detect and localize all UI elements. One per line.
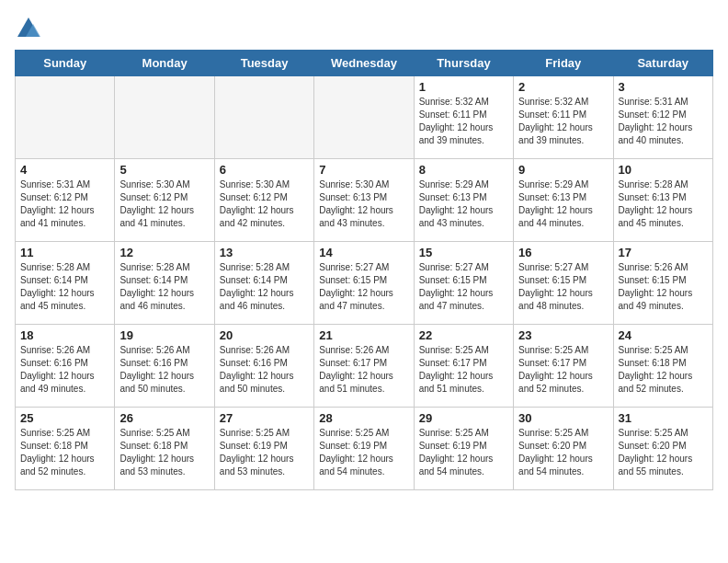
cell-info: Sunrise: 5:25 AM Sunset: 6:17 PM Dayligh…	[518, 344, 608, 396]
cell-info: Sunrise: 5:31 AM Sunset: 6:12 PM Dayligh…	[20, 178, 109, 230]
day-number: 5	[119, 163, 209, 177]
cell-info: Sunrise: 5:32 AM Sunset: 6:11 PM Dayligh…	[518, 96, 608, 147]
cell-info: Sunrise: 5:31 AM Sunset: 6:12 PM Dayligh…	[619, 96, 708, 147]
calendar-cell	[314, 76, 414, 159]
day-number: 23	[518, 328, 608, 342]
calendar-cell: 26Sunrise: 5:25 AM Sunset: 6:18 PM Dayli…	[115, 408, 214, 490]
calendar-cell: 2Sunrise: 5:32 AM Sunset: 6:11 PM Daylig…	[514, 76, 613, 159]
calendar-week-5: 25Sunrise: 5:25 AM Sunset: 6:18 PM Dayli…	[16, 408, 713, 490]
cell-info: Sunrise: 5:32 AM Sunset: 6:11 PM Dayligh…	[419, 96, 508, 147]
logo-icon	[15, 15, 42, 42]
logo	[15, 15, 46, 42]
calendar-cell: 3Sunrise: 5:31 AM Sunset: 6:12 PM Daylig…	[613, 76, 712, 159]
calendar-cell: 15Sunrise: 5:27 AM Sunset: 6:15 PM Dayli…	[414, 242, 513, 325]
cell-info: Sunrise: 5:28 AM Sunset: 6:14 PM Dayligh…	[220, 261, 309, 313]
cell-info: Sunrise: 5:25 AM Sunset: 6:18 PM Dayligh…	[619, 344, 708, 396]
calendar-cell: 25Sunrise: 5:25 AM Sunset: 6:18 PM Dayli…	[16, 408, 115, 490]
calendar-cell: 6Sunrise: 5:30 AM Sunset: 6:12 PM Daylig…	[214, 159, 313, 242]
day-number: 3	[619, 80, 708, 94]
calendar-cell: 12Sunrise: 5:28 AM Sunset: 6:14 PM Dayli…	[115, 242, 214, 325]
calendar-cell: 19Sunrise: 5:26 AM Sunset: 6:16 PM Dayli…	[115, 325, 214, 408]
weekday-tuesday: Tuesday	[214, 51, 313, 76]
day-number: 1	[419, 80, 508, 94]
calendar-cell: 8Sunrise: 5:29 AM Sunset: 6:13 PM Daylig…	[414, 159, 513, 242]
day-number: 31	[619, 411, 708, 425]
calendar-cell: 9Sunrise: 5:29 AM Sunset: 6:13 PM Daylig…	[514, 159, 613, 242]
cell-info: Sunrise: 5:27 AM Sunset: 6:15 PM Dayligh…	[518, 261, 608, 313]
calendar-cell: 21Sunrise: 5:26 AM Sunset: 6:17 PM Dayli…	[314, 325, 414, 408]
cell-info: Sunrise: 5:25 AM Sunset: 6:18 PM Dayligh…	[20, 427, 109, 478]
cell-info: Sunrise: 5:25 AM Sunset: 6:18 PM Dayligh…	[119, 427, 209, 478]
day-number: 4	[20, 163, 109, 177]
cell-info: Sunrise: 5:30 AM Sunset: 6:13 PM Dayligh…	[319, 178, 408, 230]
calendar-cell: 27Sunrise: 5:25 AM Sunset: 6:19 PM Dayli…	[214, 408, 313, 490]
day-number: 29	[419, 411, 508, 425]
calendar-cell: 24Sunrise: 5:25 AM Sunset: 6:18 PM Dayli…	[613, 325, 712, 408]
cell-info: Sunrise: 5:28 AM Sunset: 6:14 PM Dayligh…	[20, 261, 109, 313]
cell-info: Sunrise: 5:28 AM Sunset: 6:14 PM Dayligh…	[119, 261, 209, 313]
cell-info: Sunrise: 5:26 AM Sunset: 6:16 PM Dayligh…	[220, 344, 309, 396]
day-number: 11	[20, 246, 109, 259]
weekday-friday: Friday	[514, 51, 613, 76]
cell-info: Sunrise: 5:28 AM Sunset: 6:13 PM Dayligh…	[619, 178, 708, 230]
calendar-cell: 17Sunrise: 5:26 AM Sunset: 6:15 PM Dayli…	[613, 242, 712, 325]
day-number: 2	[518, 80, 608, 94]
day-number: 14	[319, 246, 408, 259]
cell-info: Sunrise: 5:25 AM Sunset: 6:19 PM Dayligh…	[319, 427, 408, 478]
day-number: 19	[119, 328, 209, 342]
cell-info: Sunrise: 5:27 AM Sunset: 6:15 PM Dayligh…	[319, 261, 408, 313]
weekday-saturday: Saturday	[613, 51, 712, 76]
page-header	[15, 15, 713, 42]
cell-info: Sunrise: 5:27 AM Sunset: 6:15 PM Dayligh…	[419, 261, 508, 313]
day-number: 21	[319, 328, 408, 342]
calendar-week-2: 4Sunrise: 5:31 AM Sunset: 6:12 PM Daylig…	[16, 159, 713, 242]
weekday-header-row: SundayMondayTuesdayWednesdayThursdayFrid…	[16, 51, 713, 76]
day-number: 9	[518, 163, 608, 177]
day-number: 8	[419, 163, 508, 177]
day-number: 18	[20, 328, 109, 342]
cell-info: Sunrise: 5:29 AM Sunset: 6:13 PM Dayligh…	[419, 178, 508, 230]
cell-info: Sunrise: 5:25 AM Sunset: 6:19 PM Dayligh…	[220, 427, 309, 478]
calendar-cell: 13Sunrise: 5:28 AM Sunset: 6:14 PM Dayli…	[214, 242, 313, 325]
calendar-cell	[16, 76, 115, 159]
calendar-cell	[214, 76, 313, 159]
calendar-week-1: 1Sunrise: 5:32 AM Sunset: 6:11 PM Daylig…	[16, 76, 713, 159]
cell-info: Sunrise: 5:25 AM Sunset: 6:17 PM Dayligh…	[419, 344, 508, 396]
weekday-wednesday: Wednesday	[314, 51, 414, 76]
cell-info: Sunrise: 5:25 AM Sunset: 6:19 PM Dayligh…	[419, 427, 508, 478]
calendar-cell: 1Sunrise: 5:32 AM Sunset: 6:11 PM Daylig…	[414, 76, 513, 159]
cell-info: Sunrise: 5:29 AM Sunset: 6:13 PM Dayligh…	[518, 178, 608, 230]
day-number: 6	[220, 163, 309, 177]
day-number: 28	[319, 411, 408, 425]
calendar-cell: 23Sunrise: 5:25 AM Sunset: 6:17 PM Dayli…	[514, 325, 613, 408]
calendar-cell: 29Sunrise: 5:25 AM Sunset: 6:19 PM Dayli…	[414, 408, 513, 490]
calendar-cell: 14Sunrise: 5:27 AM Sunset: 6:15 PM Dayli…	[314, 242, 414, 325]
cell-info: Sunrise: 5:26 AM Sunset: 6:15 PM Dayligh…	[619, 261, 708, 313]
day-number: 13	[220, 246, 309, 259]
day-number: 17	[619, 246, 708, 259]
calendar-cell: 30Sunrise: 5:25 AM Sunset: 6:20 PM Dayli…	[514, 408, 613, 490]
weekday-monday: Monday	[115, 51, 214, 76]
calendar-cell	[115, 76, 214, 159]
calendar-body: 1Sunrise: 5:32 AM Sunset: 6:11 PM Daylig…	[16, 76, 713, 490]
calendar-table: SundayMondayTuesdayWednesdayThursdayFrid…	[15, 50, 713, 490]
cell-info: Sunrise: 5:26 AM Sunset: 6:16 PM Dayligh…	[119, 344, 209, 396]
day-number: 30	[518, 411, 608, 425]
day-number: 27	[220, 411, 309, 425]
weekday-thursday: Thursday	[414, 51, 513, 76]
day-number: 12	[119, 246, 209, 259]
calendar-cell: 28Sunrise: 5:25 AM Sunset: 6:19 PM Dayli…	[314, 408, 414, 490]
day-number: 26	[119, 411, 209, 425]
calendar-cell: 5Sunrise: 5:30 AM Sunset: 6:12 PM Daylig…	[115, 159, 214, 242]
calendar-cell: 18Sunrise: 5:26 AM Sunset: 6:16 PM Dayli…	[16, 325, 115, 408]
day-number: 25	[20, 411, 109, 425]
day-number: 22	[419, 328, 508, 342]
calendar-cell: 10Sunrise: 5:28 AM Sunset: 6:13 PM Dayli…	[613, 159, 712, 242]
calendar-cell: 11Sunrise: 5:28 AM Sunset: 6:14 PM Dayli…	[16, 242, 115, 325]
cell-info: Sunrise: 5:25 AM Sunset: 6:20 PM Dayligh…	[518, 427, 608, 478]
cell-info: Sunrise: 5:26 AM Sunset: 6:17 PM Dayligh…	[319, 344, 408, 396]
day-number: 15	[419, 246, 508, 259]
calendar-cell: 4Sunrise: 5:31 AM Sunset: 6:12 PM Daylig…	[16, 159, 115, 242]
cell-info: Sunrise: 5:30 AM Sunset: 6:12 PM Dayligh…	[220, 178, 309, 230]
weekday-sunday: Sunday	[16, 51, 115, 76]
